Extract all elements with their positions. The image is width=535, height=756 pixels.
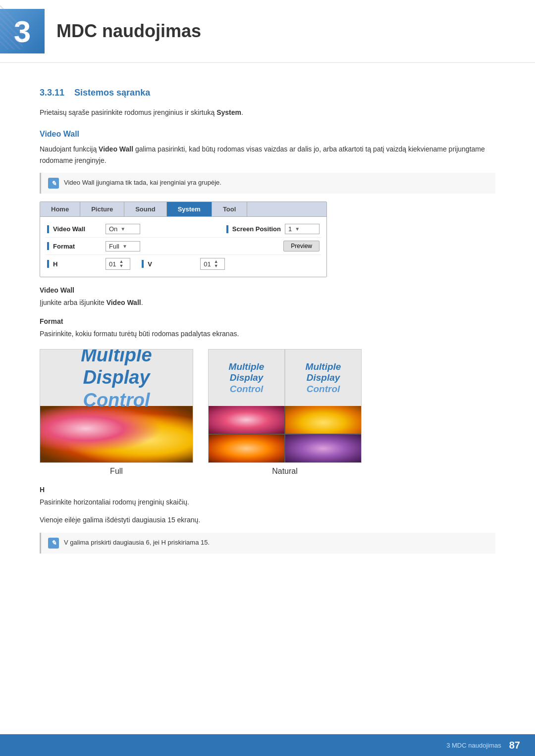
format-subheading: Format: [40, 317, 495, 325]
note-box-2: ✎ V galima priskirti daugiausia 6, jei H…: [40, 533, 495, 554]
section-heading: 3.3.11 Sistemos sąranka: [40, 88, 495, 98]
page-header: 3 MDC naudojimas: [0, 0, 535, 63]
note-text-1: Video Wall įjungiama tik tada, kai įreng…: [64, 178, 221, 188]
ui-select-format[interactable]: Full ▼: [106, 241, 140, 252]
chevron-down-icon: ▼: [120, 226, 125, 232]
ui-label-h: H: [47, 260, 102, 268]
ui-row-format: Format Full ▼ Preview: [45, 238, 321, 255]
flower-full-image: [40, 406, 193, 462]
video-wall-desc: Įjunkite arba išjunkite Video Wall.: [40, 297, 495, 308]
format-item-full: Multiple Display Control Full: [40, 349, 193, 476]
ui-bar-h: [47, 260, 49, 268]
mdc-cell-1: Multiple Display Control: [209, 350, 284, 406]
ui-label-v: V: [142, 260, 196, 268]
note-text-2: V galima priskirti daugiausia 6, jei H p…: [64, 538, 210, 548]
video-wall-heading: Video Wall: [40, 130, 495, 139]
video-wall-subheading: Video Wall: [40, 286, 495, 294]
ui-bar-videowall: [47, 225, 49, 233]
format-image-full: Multiple Display Control: [40, 349, 193, 463]
video-wall-intro-text: Naudojant funkciją Video Wall galima pas…: [40, 144, 495, 166]
section-title: Sistemos sąranka: [74, 88, 150, 98]
chevron-down-icon-2: ▼: [295, 226, 300, 232]
ui-row-hv: H 01 ▲ ▼ V 01 ▲: [45, 255, 321, 273]
flower-cell-2: [285, 406, 361, 434]
h-desc-1: Pasirinkite horizontaliai rodomų įrengin…: [40, 497, 495, 507]
preview-button[interactable]: Preview: [283, 241, 320, 252]
page-footer: 3 MDC naudojimas 87: [0, 734, 535, 756]
ui-select-screenpos[interactable]: 1 ▼: [285, 224, 320, 234]
tab-system[interactable]: System: [167, 202, 212, 216]
spinner-v: ▲ ▼: [214, 259, 218, 268]
mdc-cell-2: Multiple Display Control: [285, 350, 361, 406]
format-image-natural: Multiple Display Control Multiple Displa…: [208, 349, 362, 463]
chevron-down-icon-3: ▼: [122, 244, 127, 249]
ui-label-format: Format: [47, 242, 102, 250]
note-box-1: ✎ Video Wall įjungiama tik tada, kai įre…: [40, 173, 495, 194]
format-item-natural: Multiple Display Control Multiple Displa…: [208, 349, 362, 476]
flower-cell-1: [209, 406, 284, 434]
h-desc-2: Vienoje eilėje galima išdėstyti daugiaus…: [40, 514, 495, 525]
ui-tabs: Home Picture Sound System Tool: [40, 202, 326, 217]
h-subheading: H: [40, 486, 495, 494]
flower-cell-3: [209, 435, 284, 462]
section-intro: Prietaisų sąraše pasirinkite rodomus įre…: [40, 107, 495, 118]
ui-body: Video Wall On ▼ Screen Position 1 ▼: [40, 217, 326, 277]
main-content: 3.3.11 Sistemos sąranka Prietaisų sąraše…: [0, 63, 535, 600]
mdc-text-art-full: Multiple Display Control: [40, 350, 193, 406]
format-label-full: Full: [110, 467, 123, 476]
note-icon-1: ✎: [48, 178, 59, 189]
ui-bar-format: [47, 242, 49, 250]
format-desc: Pasirinkite, kokiu formatu turėtų būti r…: [40, 328, 495, 339]
chapter-title: MDC naudojimas: [56, 21, 201, 42]
note-icon-2: ✎: [48, 538, 59, 549]
video-wall-bold: Video Wall: [99, 145, 133, 153]
spinner-h: ▲ ▼: [119, 259, 123, 268]
ui-bar-v: [142, 260, 144, 268]
ui-bar-screenpos: [226, 225, 228, 233]
footer-page-number: 87: [509, 740, 520, 751]
header-decoration: [0, 0, 23, 50]
ui-select-videowall[interactable]: On ▼: [106, 224, 140, 234]
ui-input-h[interactable]: 01 ▲ ▼: [106, 258, 130, 270]
tab-sound[interactable]: Sound: [124, 202, 166, 216]
flower-cell-4: [285, 435, 361, 462]
format-images: Multiple Display Control Full Multiple: [40, 349, 495, 476]
footer-text: 3 MDC naudojimas: [446, 742, 501, 749]
tab-home[interactable]: Home: [40, 202, 80, 216]
ui-input-v[interactable]: 01 ▲ ▼: [200, 258, 225, 270]
tab-picture[interactable]: Picture: [80, 202, 124, 216]
ui-row-videowall: Video Wall On ▼ Screen Position 1 ▼: [45, 221, 321, 238]
ui-screen-position-label: Screen Position: [226, 225, 281, 233]
flower-natural-grid: [209, 406, 361, 462]
format-label-natural: Natural: [272, 467, 298, 476]
section-number: 3.3.11: [40, 88, 64, 98]
tab-tool[interactable]: Tool: [212, 202, 247, 216]
ui-mockup: Home Picture Sound System Tool Video Wal…: [40, 202, 327, 277]
ui-label-videowall: Video Wall: [47, 225, 102, 233]
